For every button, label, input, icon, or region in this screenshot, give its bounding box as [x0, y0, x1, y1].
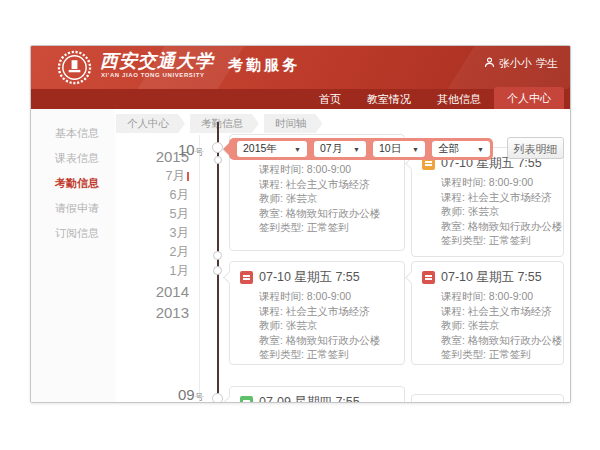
chevron-down-icon: ▼ — [477, 146, 484, 153]
timeline-node — [213, 251, 222, 260]
timeline-month-jan[interactable]: 1月 — [125, 262, 189, 281]
rail-divider — [199, 135, 200, 402]
card-field: 课程时间: 8:00-9:00 — [240, 162, 394, 177]
timeline-day-09: 09号 — [178, 386, 204, 402]
breadcrumb-timeline[interactable]: 时间轴 — [264, 114, 323, 133]
user-menu[interactable]: 张小小 学生 — [484, 56, 558, 71]
sidebar-item-attendance[interactable]: 考勤信息 — [31, 171, 115, 196]
card-title: 07-10 星期五 7:55 — [259, 269, 360, 286]
timeline-node — [214, 156, 222, 164]
card-field: 教室: 格物致知行政办公楼 — [422, 333, 553, 348]
chevron-down-icon: ▼ — [353, 146, 360, 153]
screenshot-canvas: 西安交通大学 XI'AN JIAO TONG UNIVERSITY 考勤服务 张… — [0, 0, 600, 450]
timeline-month-mar[interactable]: 3月 — [125, 224, 189, 243]
chevron-down-icon: ▼ — [294, 146, 301, 153]
timeline-month-jul[interactable]: 7月 — [125, 167, 189, 186]
status-seal-icon — [422, 271, 435, 284]
sidebar-item-subscription[interactable]: 订阅信息 — [31, 221, 115, 246]
breadcrumb-attendance[interactable]: 考勤信息 — [190, 114, 259, 133]
card-pointer — [223, 396, 236, 402]
university-name-en: XI'AN JIAO TONG UNIVERSITY — [101, 72, 205, 78]
breadcrumb-personal-center[interactable]: 个人中心 — [116, 114, 185, 133]
university-name-cn: 西安交通大学 — [100, 49, 214, 73]
timeline-month-jun[interactable]: 6月 — [125, 186, 189, 205]
current-month-marker — [187, 172, 189, 181]
content-area: 基本信息 课表信息 考勤信息 请假申请 订阅信息 个人中心 考勤信息 时间轴 2… — [31, 109, 570, 402]
card-field: 教师: 张芸京 — [422, 204, 553, 219]
attendance-card[interactable]: 07-09 星期四 7:55 — [229, 386, 405, 402]
card-field: 签到类型: 正常签到 — [422, 233, 553, 248]
sidebar-item-leave-request[interactable]: 请假申请 — [31, 196, 115, 221]
card-field: 签到类型: 正常签到 — [422, 347, 553, 362]
day-dropdown[interactable]: 10日▼ — [373, 141, 425, 157]
user-icon — [484, 57, 495, 70]
card-field: 教室: 格物致知行政办公楼 — [240, 333, 394, 348]
timeline-year-list: 2015 7月 6月 5月 3月 2月 1月 2014 2013 — [125, 146, 189, 323]
card-title: 07-10 星期五 7:55 — [441, 269, 542, 286]
card-field: 教师: 张芸京 — [240, 318, 394, 333]
card-field: 课程时间: 8:00-9:00 — [240, 289, 394, 304]
timeline-year-2014[interactable]: 2014 — [125, 281, 189, 302]
card-field: 教室: 格物致知行政办公楼 — [240, 206, 394, 221]
timeline-year-2013[interactable]: 2013 — [125, 302, 189, 323]
app-title: 考勤服务 — [228, 56, 300, 75]
timeline-month-feb[interactable]: 2月 — [125, 243, 189, 262]
card-pointer — [405, 271, 418, 284]
sidebar-item-basic-info[interactable]: 基本信息 — [31, 121, 115, 146]
card-field: 签到类型: 正常签到 — [240, 347, 394, 362]
breadcrumb: 个人中心 考勤信息 时间轴 — [116, 114, 323, 133]
card-field: 课程: 社会主义市场经济 — [240, 304, 394, 319]
sidebar-item-timetable[interactable]: 课表信息 — [31, 146, 115, 171]
timeline-node — [213, 266, 222, 275]
user-role: 学生 — [536, 56, 558, 71]
card-field: 课程: 社会主义市场经济 — [422, 190, 553, 205]
card-field: 课程: 社会主义市场经济 — [422, 304, 553, 319]
main-nav: 首页 教室情况 其他信息 个人中心 — [31, 89, 570, 109]
month-dropdown[interactable]: 07月▼ — [314, 141, 366, 157]
filter-pointer — [223, 143, 229, 155]
status-seal-icon — [240, 271, 253, 284]
app-window: 西安交通大学 XI'AN JIAO TONG UNIVERSITY 考勤服务 张… — [30, 45, 571, 403]
card-field: 教师: 张芸京 — [422, 318, 553, 333]
timeline-node — [212, 142, 223, 153]
attendance-card[interactable]: 07-10 星期五 7:55 课程时间: 8:00-9:00 课程: 社会主义市… — [411, 147, 564, 257]
nav-item-personal-center[interactable]: 个人中心 — [494, 87, 564, 109]
list-detail-button[interactable]: 列表明细 — [507, 137, 564, 159]
attendance-card[interactable]: 07-10 星期五 7:55 课程时间: 8:00-9:00 课程: 社会主义市… — [229, 261, 405, 365]
card-field: 教师: 张芸京 — [240, 191, 394, 206]
status-seal-icon — [240, 396, 253, 402]
filter-bar: 2015年▼ 07月▼ 10日▼ 全部▼ — [229, 138, 493, 160]
year-dropdown[interactable]: 2015年▼ — [237, 141, 307, 157]
card-field: 课程时间: 8:00-9:00 — [422, 289, 553, 304]
card-pointer — [223, 271, 236, 284]
app-header: 西安交通大学 XI'AN JIAO TONG UNIVERSITY 考勤服务 张… — [31, 46, 570, 89]
user-name: 张小小 — [499, 56, 532, 71]
timeline-month-may[interactable]: 5月 — [125, 205, 189, 224]
nav-item-other-info[interactable]: 其他信息 — [424, 89, 494, 109]
sidebar: 基本信息 课表信息 考勤信息 请假申请 订阅信息 — [31, 109, 115, 402]
type-dropdown[interactable]: 全部▼ — [432, 141, 490, 157]
card-field: 课程: 社会主义市场经济 — [240, 177, 394, 192]
university-logo-icon — [57, 50, 92, 85]
chevron-down-icon: ▼ — [412, 146, 419, 153]
timeline-day-10: 10号 — [178, 141, 204, 159]
card-field: 课程时间: 8:00-9:00 — [422, 175, 553, 190]
timeline-node — [212, 393, 223, 402]
nav-item-home[interactable]: 首页 — [306, 89, 354, 109]
nav-item-classrooms[interactable]: 教室情况 — [354, 89, 424, 109]
attendance-card-peek[interactable] — [411, 394, 564, 402]
card-field: 教室: 格物致知行政办公楼 — [422, 219, 553, 234]
attendance-card[interactable]: 07-10 星期五 7:55 课程时间: 8:00-9:00 课程: 社会主义市… — [411, 261, 564, 365]
card-title: 07-09 星期四 7:55 — [259, 394, 360, 402]
card-field: 签到类型: 正常签到 — [240, 220, 394, 235]
timeline-axis — [217, 122, 219, 402]
